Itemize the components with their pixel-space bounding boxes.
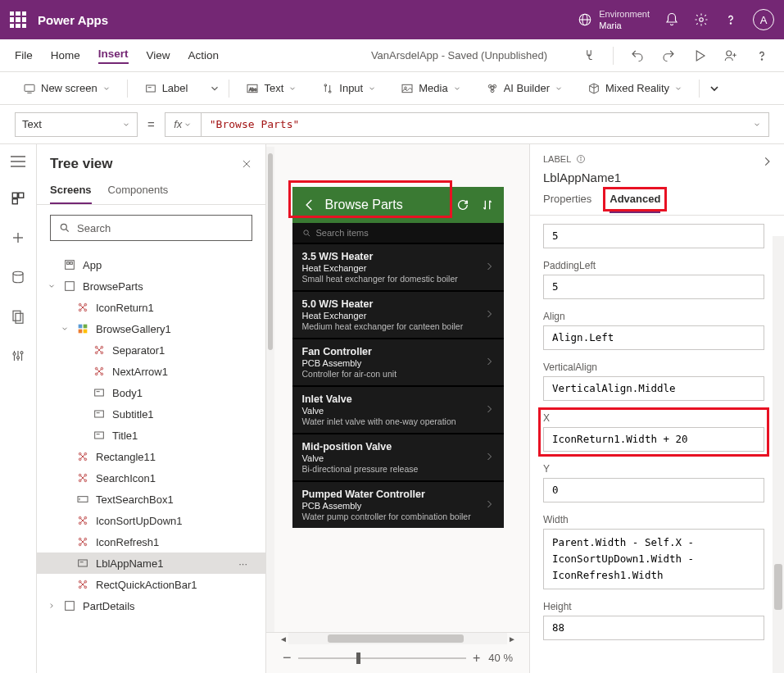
menu-action[interactable]: Action (188, 49, 220, 61)
hamburger-icon[interactable] (10, 156, 26, 167)
chevron-down-icon (453, 84, 461, 93)
share-icon[interactable] (723, 48, 738, 63)
chevron-down-expand-icon[interactable] (708, 82, 721, 95)
list-item[interactable]: Inlet ValveValveWater inlet valve with o… (292, 385, 504, 433)
avatar[interactable]: A (753, 9, 774, 30)
tree-item[interactable]: Subtitle1 (37, 403, 265, 425)
prop-input[interactable]: VerticalAlign.Middle (543, 376, 764, 401)
tree-item[interactable]: Body1 (37, 382, 265, 403)
settings-rail-icon[interactable] (10, 348, 26, 364)
formula-property-selector[interactable]: Text (15, 112, 138, 137)
list-item[interactable]: 5.0 W/S HeaterHeat ExchangerMedium heat … (292, 290, 504, 338)
prop-label: VerticalAlign (543, 362, 764, 373)
tree-view-rail-icon[interactable] (10, 190, 26, 207)
tree-title: Tree view (50, 156, 113, 172)
tree-item[interactable]: BrowseParts (37, 275, 265, 297)
svg-rect-28 (12, 193, 17, 198)
props-vscrollbar[interactable] (773, 236, 784, 673)
prop-input[interactable]: 5 (543, 224, 764, 248)
chevron-down-icon[interactable] (184, 121, 192, 129)
refresh-icon[interactable] (456, 198, 469, 211)
help-icon[interactable] (723, 12, 738, 27)
tree-item[interactable]: SearchIcon1 (37, 467, 265, 489)
play-icon[interactable] (692, 48, 707, 63)
close-icon[interactable] (241, 158, 252, 170)
canvas-hscrollbar[interactable]: ◄ ► (279, 633, 517, 644)
redo-icon[interactable] (661, 48, 676, 63)
tree-item[interactable]: Title1 (37, 425, 265, 446)
phone-search[interactable]: Search items (292, 223, 504, 243)
tree-item[interactable]: IconReturn1 (37, 297, 265, 318)
tree-item[interactable]: Separator1 (37, 339, 265, 361)
menu-home[interactable]: Home (51, 49, 80, 61)
list-item[interactable]: 3.5 W/S HeaterHeat ExchangerSmall heat e… (292, 243, 504, 290)
sort-icon[interactable] (481, 198, 494, 211)
list-item[interactable]: Pumped Water ControllerPCB AssemblyWater… (292, 480, 504, 528)
svg-rect-76 (95, 432, 104, 439)
add-rail-icon[interactable] (10, 230, 26, 246)
waffle-icon[interactable] (10, 11, 26, 28)
tree-item-icon (76, 301, 89, 314)
canvas-vscrollbar[interactable] (266, 147, 274, 632)
checker-icon[interactable] (582, 48, 596, 63)
tree-item[interactable]: RectQuickActionBar1 (37, 574, 265, 595)
menu-file[interactable]: File (15, 49, 33, 61)
phone-preview[interactable]: Browse Parts Search items 3.5 W/S Heater… (292, 187, 504, 528)
search-icon (302, 229, 311, 238)
help-secondary-icon[interactable] (755, 48, 769, 63)
data-rail-icon[interactable] (10, 269, 26, 285)
svg-rect-30 (12, 199, 17, 204)
ribbon-text[interactable]: Abc Text (238, 79, 305, 98)
tree-item[interactable]: NextArrow1 (37, 361, 265, 382)
ribbon-input[interactable]: Input (313, 79, 384, 98)
ribbon-mixed-reality[interactable]: Mixed Reality (579, 79, 691, 98)
list-item[interactable]: Fan ControllerPCB AssemblyController for… (292, 338, 504, 385)
list-item[interactable]: Mid-position ValveValveBi-directional pr… (292, 433, 504, 480)
info-icon[interactable] (576, 154, 586, 164)
tree-item-icon (76, 471, 89, 484)
tree-item-label: RectQuickActionBar1 (96, 579, 197, 591)
tree-item[interactable]: App (37, 254, 265, 275)
svg-rect-56 (79, 325, 83, 329)
tree-item[interactable]: TextSearchBox1 (37, 489, 265, 510)
formula-input[interactable]: "Browse Parts" (202, 118, 745, 130)
chevron-right-icon[interactable] (761, 156, 773, 167)
tab-properties[interactable]: Properties (543, 193, 591, 213)
text-icon: Abc (246, 82, 259, 95)
gear-icon[interactable] (694, 12, 709, 27)
tree-item[interactable]: IconRefresh1 (37, 531, 265, 552)
tab-components[interactable]: Components (108, 184, 169, 204)
tree-item[interactable]: IconSortUpDown1 (37, 510, 265, 531)
tree-item[interactable]: Rectangle11 (37, 446, 265, 467)
tree-item[interactable]: PartDetails (37, 595, 265, 616)
ribbon-ai-builder[interactable]: AI Builder (478, 79, 571, 98)
zoom-out[interactable]: − (283, 649, 292, 666)
zoom-in[interactable]: + (473, 651, 480, 666)
environment-switcher[interactable]: Environment Maria (578, 8, 650, 31)
media-rail-icon[interactable] (10, 308, 26, 325)
chevron-down-icon (288, 84, 297, 93)
tree-item[interactable]: LblAppName1··· (37, 552, 265, 574)
ribbon-media[interactable]: Media (392, 79, 469, 98)
zoom-slider[interactable] (298, 657, 467, 659)
menu-insert[interactable]: Insert (98, 48, 129, 64)
prop-input[interactable]: 5 (543, 275, 764, 299)
prop-input[interactable]: Parent.Width - Self.X - IconSortUpDown1.… (543, 529, 764, 589)
prop-input[interactable]: 0 (543, 478, 764, 502)
prop-input[interactable]: Align.Left (543, 325, 764, 350)
tree-item[interactable]: BrowseGallery1 (37, 318, 265, 339)
formula-expand[interactable] (745, 121, 768, 129)
bell-icon[interactable] (664, 12, 679, 27)
more-icon[interactable]: ··· (238, 557, 247, 570)
svg-rect-72 (95, 389, 104, 396)
menu-view[interactable]: View (147, 49, 170, 61)
prop-input[interactable]: 88 (543, 616, 764, 640)
chevron-down-icon[interactable] (209, 83, 220, 94)
undo-icon[interactable] (630, 48, 645, 63)
ribbon-new-screen[interactable]: New screen (15, 79, 119, 98)
tab-screens[interactable]: Screens (50, 184, 92, 204)
ribbon-label[interactable]: Label (136, 79, 197, 98)
svg-rect-29 (19, 193, 24, 198)
tree-search-input[interactable]: Search (50, 215, 252, 241)
properties-body: 5PaddingLeft5AlignAlign.LeftVerticalAlig… (530, 216, 784, 673)
